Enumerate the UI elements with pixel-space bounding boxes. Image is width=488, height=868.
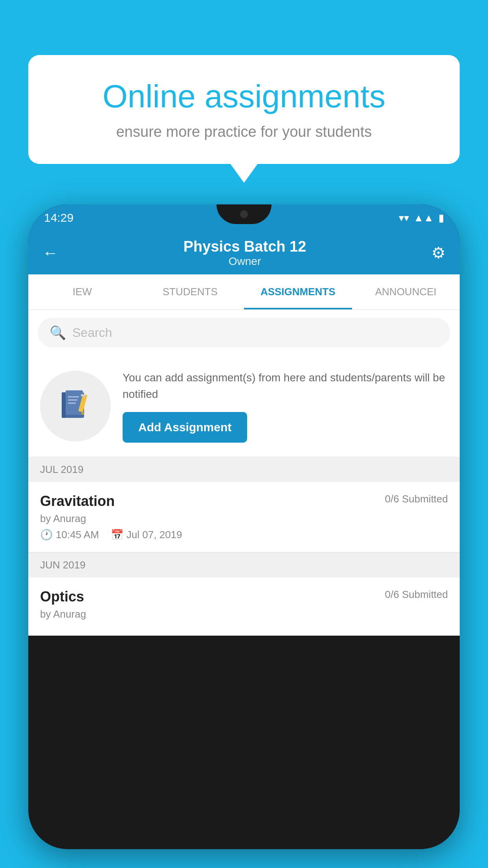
svg-rect-3 [68,396,79,397]
camera [240,210,248,218]
settings-icon[interactable]: ⚙ [431,244,446,262]
search-bar[interactable]: 🔍 Search [38,318,450,348]
tab-announcements[interactable]: ANNOUNCEI [352,274,460,309]
promo-section: Online assignments ensure more practice … [28,55,460,164]
search-container: 🔍 Search [28,310,460,355]
tab-iew[interactable]: IEW [28,274,136,309]
bubble-title: Online assignments [56,79,432,114]
section-jun-label: JUN 2019 [40,559,86,571]
assignment-optics-by: by Anurag [40,608,448,620]
tab-students[interactable]: STUDENTS [136,274,244,309]
content-area: 🔍 Search [28,310,460,636]
signal-icon: ▲▲ [414,212,434,224]
header-subtitle: Owner [183,255,306,268]
optics-top: Optics 0/6 Submitted [40,588,448,605]
phone-notch [216,204,272,224]
back-button[interactable]: ← [42,244,58,262]
date-meta: 📅 Jul 07, 2019 [111,529,182,541]
assignment-gravitation-submitted: 0/6 Submitted [385,493,448,505]
status-bar: 14:29 ▾▾ ▲▲ ▮ [28,204,460,231]
empty-icon-circle [40,371,111,441]
header-center: Physics Batch 12 Owner [183,238,306,268]
assignment-gravitation-name: Gravitation [40,493,115,509]
status-time: 14:29 [44,211,73,224]
assignment-gravitation-meta: 🕐 10:45 AM 📅 Jul 07, 2019 [40,529,448,541]
speech-bubble: Online assignments ensure more practice … [28,55,460,164]
tab-announcements-label: ANNOUNCEI [375,286,437,298]
tab-assignments[interactable]: ASSIGNMENTS [244,274,352,309]
section-jun-2019: JUN 2019 [28,552,460,577]
clock-icon: 🕐 [40,529,53,541]
empty-state-right: You can add assignment(s) from here and … [123,370,448,443]
assignment-optics-name: Optics [40,588,84,605]
header-title: Physics Batch 12 [183,238,306,255]
section-jul-2019: JUL 2019 [28,457,460,482]
calendar-icon: 📅 [111,529,123,541]
tab-iew-label: IEW [73,286,92,298]
notebook-svg [58,388,93,424]
assignment-date: Jul 07, 2019 [127,529,182,541]
assignment-gravitation[interactable]: Gravitation 0/6 Submitted by Anurag 🕐 10… [28,482,460,552]
add-assignment-button[interactable]: Add Assignment [123,412,247,443]
tab-students-label: STUDENTS [163,286,218,298]
assignment-optics[interactable]: Optics 0/6 Submitted by Anurag [28,577,460,636]
wifi-icon: ▾▾ [399,212,409,224]
assignment-top: Gravitation 0/6 Submitted [40,493,448,509]
svg-rect-5 [68,403,76,404]
battery-icon: ▮ [438,212,444,224]
svg-rect-4 [68,399,77,401]
bubble-subtitle: ensure more practice for your students [56,123,432,140]
app-header: ← Physics Batch 12 Owner ⚙ [28,231,460,274]
time-meta: 🕐 10:45 AM [40,529,99,541]
search-placeholder: Search [72,326,112,340]
search-icon: 🔍 [50,325,66,340]
assignment-gravitation-by: by Anurag [40,513,448,525]
empty-state-description: You can add assignment(s) from here and … [123,370,448,403]
svg-rect-1 [62,392,66,418]
phone-frame: 14:29 ▾▾ ▲▲ ▮ ← Physics Batch 12 Owner ⚙… [28,204,460,849]
tab-assignments-label: ASSIGNMENTS [261,286,336,298]
tab-bar: IEW STUDENTS ASSIGNMENTS ANNOUNCEI [28,274,460,310]
status-icons: ▾▾ ▲▲ ▮ [399,212,444,224]
assignment-optics-submitted: 0/6 Submitted [385,588,448,601]
section-jul-label: JUL 2019 [40,463,83,475]
assignment-time: 10:45 AM [56,529,99,541]
empty-state: You can add assignment(s) from here and … [28,355,460,457]
